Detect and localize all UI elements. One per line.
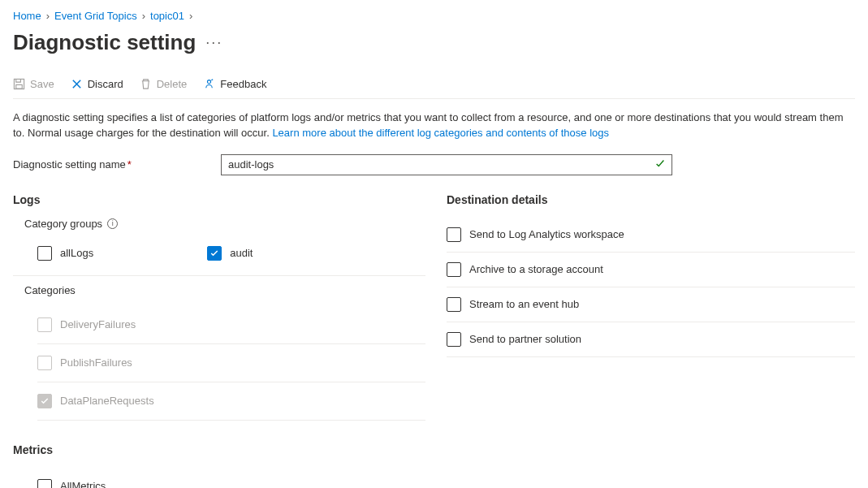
logs-heading: Logs [13, 193, 425, 206]
checkbox-label: allLogs [60, 247, 93, 259]
logs-column: Logs Category groups i allLogs audit Cat… [13, 193, 425, 488]
categories-list: DeliveryFailures PublishFailures DataPla… [37, 306, 425, 421]
checkbox-alllogs[interactable]: allLogs [37, 240, 93, 267]
checkbox-box [37, 479, 52, 488]
chevron-right-icon: › [189, 10, 192, 22]
destinations-list: Send to Log Analytics workspace Archive … [447, 218, 855, 357]
checkbox-allmetrics[interactable]: AllMetrics [37, 468, 425, 488]
checkbox-archive-storage[interactable]: Archive to a storage account [447, 253, 855, 287]
setting-name-input[interactable] [221, 154, 672, 175]
checkbox-box [207, 246, 222, 261]
checkbox-audit[interactable]: audit [207, 240, 253, 267]
setting-name-input-wrap [221, 154, 672, 175]
chevron-right-icon: › [46, 10, 50, 22]
category-groups-heading: Category groups i [24, 218, 425, 230]
checkbox-label: DataPlaneRequests [60, 395, 154, 407]
breadcrumb-home[interactable]: Home [13, 10, 41, 22]
checkbox-publishfailures: PublishFailures [37, 344, 425, 382]
delete-button[interactable]: Delete [140, 78, 188, 90]
chevron-right-icon: › [142, 10, 145, 22]
toolbar: Save Discard Delete Feedback [13, 73, 855, 99]
feedback-icon [203, 78, 215, 90]
checkbox-box [447, 332, 461, 347]
checkbox-box [37, 246, 52, 261]
required-asterisk: * [127, 158, 132, 171]
svg-point-2 [208, 80, 211, 84]
save-icon [13, 78, 25, 90]
checkbox-label: AllMetrics [60, 480, 106, 488]
delete-label: Delete [157, 78, 188, 90]
destinations-column: Destination details Send to Log Analytic… [447, 193, 855, 357]
checkbox-label: DeliveryFailures [60, 318, 136, 330]
page-title: Diagnostic setting [13, 30, 196, 55]
checkbox-send-log-analytics[interactable]: Send to Log Analytics workspace [447, 218, 855, 253]
breadcrumb-topic01[interactable]: topic01 [150, 10, 184, 22]
metrics-block: Metrics AllMetrics [13, 443, 425, 488]
categories-heading: Categories [24, 284, 425, 296]
checkbox-label: Send to Log Analytics workspace [469, 228, 624, 240]
setting-name-row: Diagnostic setting name* [13, 154, 855, 175]
checkbox-box [447, 227, 461, 242]
checkbox-box [37, 356, 52, 370]
checkbox-dataplanerequests: DataPlaneRequests [37, 382, 425, 421]
description-text: A diagnostic setting specifies a list of… [13, 110, 855, 141]
destinations-heading: Destination details [447, 193, 855, 206]
setting-name-label-text: Diagnostic setting name [13, 158, 126, 171]
setting-name-label: Diagnostic setting name* [13, 158, 208, 171]
checkbox-label: PublishFailures [60, 356, 132, 369]
checkbox-label: Send to partner solution [469, 333, 581, 345]
feedback-button[interactable]: Feedback [203, 78, 266, 90]
save-label: Save [30, 78, 54, 90]
checkbox-box [37, 394, 52, 408]
validation-check-icon [654, 158, 666, 171]
discard-button[interactable]: Discard [71, 78, 123, 90]
category-groups-label: Category groups [24, 218, 102, 230]
discard-label: Discard [88, 78, 123, 90]
feedback-label: Feedback [220, 78, 266, 90]
breadcrumb: Home › Event Grid Topics › topic01 › [13, 10, 855, 22]
more-actions-button[interactable]: ··· [205, 34, 222, 51]
checkbox-label: audit [230, 247, 253, 259]
learn-more-link[interactable]: Learn more about the different log categ… [272, 127, 609, 139]
close-icon [71, 78, 83, 90]
checkbox-stream-event-hub[interactable]: Stream to an event hub [447, 287, 855, 322]
metrics-heading: Metrics [13, 443, 425, 456]
category-groups-row: allLogs audit [37, 240, 425, 267]
delete-icon [140, 78, 152, 90]
breadcrumb-event-grid-topics[interactable]: Event Grid Topics [54, 10, 137, 22]
checkbox-label: Archive to a storage account [469, 263, 603, 275]
svg-rect-1 [16, 84, 23, 89]
checkbox-box [447, 297, 461, 312]
checkbox-deliveryfailures: DeliveryFailures [37, 306, 425, 344]
checkbox-box [37, 317, 52, 332]
checkbox-send-partner[interactable]: Send to partner solution [447, 322, 855, 357]
title-row: Diagnostic setting ··· [13, 30, 855, 55]
checkbox-box [447, 262, 461, 277]
checkbox-label: Stream to an event hub [469, 298, 579, 310]
save-button[interactable]: Save [13, 78, 54, 90]
info-icon[interactable]: i [107, 218, 118, 229]
divider [13, 275, 425, 276]
